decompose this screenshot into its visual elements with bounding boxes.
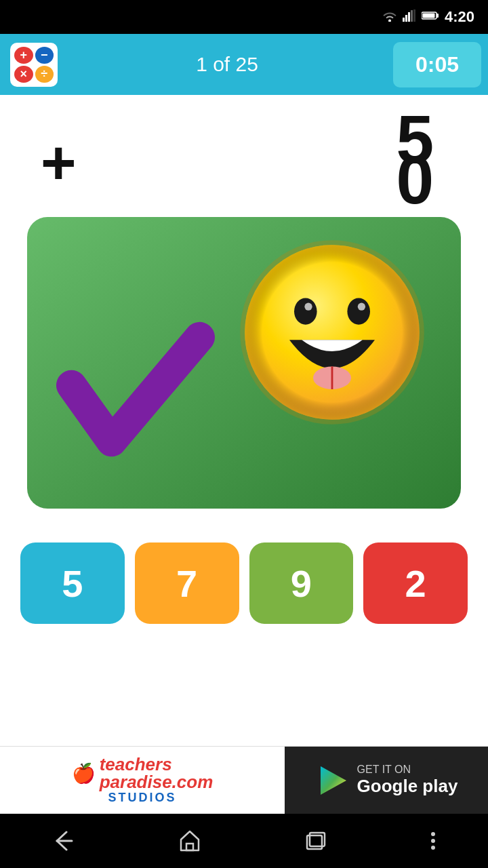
ad-right[interactable]: GET IT ON Google play: [285, 747, 488, 814]
logo-plus: +: [14, 47, 33, 64]
app-logo: + − × ÷: [7, 41, 61, 88]
svg-rect-3: [411, 10, 413, 22]
paradise-text: paradise.com: [100, 773, 214, 791]
svg-rect-0: [403, 18, 405, 22]
svg-point-22: [431, 839, 435, 843]
svg-point-12: [304, 303, 312, 311]
svg-point-23: [431, 846, 435, 850]
svg-rect-4: [413, 9, 415, 22]
recents-icon[interactable]: [304, 830, 327, 852]
battery-icon: [422, 11, 439, 23]
logo-minus: −: [35, 47, 54, 64]
svg-rect-2: [408, 12, 410, 22]
logo-box: + − × ÷: [10, 43, 58, 87]
status-icons: 4:20: [382, 8, 474, 26]
answers-area: 5 7 9 2: [0, 509, 488, 644]
back-icon[interactable]: [52, 831, 76, 851]
svg-marker-17: [321, 766, 346, 795]
google-play-text: GET IT ON Google play: [357, 764, 458, 797]
logo-times: ×: [14, 66, 33, 83]
svg-rect-18: [186, 844, 193, 850]
menu-icon[interactable]: [430, 830, 436, 852]
logo-divide: ÷: [35, 66, 54, 83]
svg-rect-1: [405, 15, 407, 22]
home-icon[interactable]: [178, 830, 201, 852]
studios-text: STUDIOS: [108, 791, 176, 805]
result-card: [27, 217, 461, 509]
svg-point-11: [294, 298, 317, 325]
operator: +: [41, 132, 77, 193]
answer-button-2[interactable]: 2: [363, 542, 468, 624]
smiley-face: [237, 237, 427, 427]
status-bar: 4:20: [0, 0, 488, 34]
number-bottom: 0: [396, 146, 434, 214]
svg-rect-6: [436, 14, 439, 18]
svg-point-21: [431, 832, 435, 836]
signal-icon: [403, 9, 416, 24]
app-bar: + − × ÷ 1 of 25 0:05: [0, 34, 488, 95]
teachers-text: teachers: [100, 755, 214, 773]
problem-area: 5 + 0: [0, 95, 488, 217]
svg-point-14: [358, 303, 365, 311]
answer-button-9[interactable]: 9: [249, 542, 354, 624]
svg-point-10: [245, 245, 420, 420]
wifi-icon: [382, 9, 397, 25]
answer-button-5[interactable]: 5: [20, 542, 125, 624]
svg-point-13: [347, 298, 370, 325]
google-play-icon: [315, 764, 349, 797]
progress-text: 1 of 25: [61, 53, 393, 76]
ad-left[interactable]: 🍎 teachers paradise.com STUDIOS: [0, 747, 285, 814]
status-time: 4:20: [445, 8, 474, 26]
timer-button[interactable]: 0:05: [393, 42, 481, 87]
checkmark-container: [54, 305, 217, 481]
answer-button-7[interactable]: 7: [135, 542, 239, 624]
svg-rect-7: [422, 14, 434, 18]
nav-bar: [0, 814, 488, 868]
ad-banner: 🍎 teachers paradise.com STUDIOS: [0, 746, 488, 814]
